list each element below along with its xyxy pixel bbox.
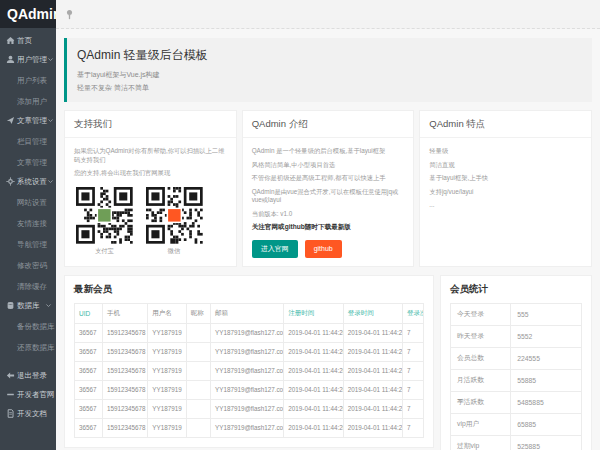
sidebar-subitem-3-3[interactable]: 修改密码 — [0, 261, 47, 270]
table-cell: 2019-04-01 11:44:20 — [284, 361, 343, 380]
sidebar-subitem-2-0[interactable]: 栏目管理 — [0, 137, 47, 146]
support-text-1: 如果您认为QAdmin对你有所帮助,你可以扫描以上二维码支持我们 — [74, 147, 227, 164]
table-cell: 2019-04-01 11:44:20 — [343, 361, 402, 380]
sidebar-subitem-3-2[interactable]: 导航管理 — [0, 240, 47, 249]
table-cell: 7 — [403, 380, 424, 399]
table-cell: 7 — [403, 361, 424, 380]
column-header-6[interactable]: 登录时间 — [343, 303, 402, 323]
table-cell: 2019-04-01 11:44:20 — [343, 418, 402, 437]
column-header-7[interactable]: 登录次数 — [403, 303, 424, 323]
stats-row: 月活跃数55885 — [451, 369, 582, 391]
column-header-4: 邮箱 — [211, 303, 284, 323]
column-header-5[interactable]: 注册时间 — [284, 303, 343, 323]
table-cell: YY187919@flash127.com — [211, 418, 284, 437]
table-cell: 7 — [403, 342, 424, 361]
table-row: 3656715912345678YY187919YY187919@flash12… — [75, 342, 424, 361]
sidebar-subitem-1-1[interactable]: 添加用户 — [0, 97, 47, 106]
stats-card: 会员统计 今天登录555昨天登录5552会员总数224555月活跃数55885季… — [440, 275, 592, 450]
sidebar-item-1[interactable]: 用户管理 — [0, 50, 56, 69]
sidebar-item-5[interactable]: 退出登录 — [0, 366, 56, 385]
feature-line-4: ... — [429, 201, 582, 210]
intro-line-0: QAdmin 是一个轻量级的后台模板,基于layui框架 — [252, 147, 405, 156]
intro-highlight: 关注官网或github随时下载最新版 — [252, 223, 405, 232]
table-cell: YY187919 — [148, 361, 186, 380]
table-cell: YY187919@flash127.com — [211, 380, 284, 399]
sidebar-nav: 首页用户管理用户列表添加用户文章管理栏目管理文章管理系统设置网站设置友情连接导航… — [0, 28, 56, 450]
table-cell: 36567 — [75, 361, 103, 380]
app-window: QAdmin 首页用户管理用户列表添加用户文章管理栏目管理文章管理系统设置网站设… — [0, 0, 600, 450]
stats-label: 季活跃数 — [451, 391, 511, 413]
sidebar-item-2[interactable]: 文章管理 — [0, 111, 56, 130]
github-button[interactable]: github — [305, 240, 342, 258]
members-card: 最新会员 UID手机用户名昵称邮箱注册时间登录时间登录次数36567159123… — [64, 275, 434, 448]
database-icon — [5, 301, 15, 310]
sidebar-item-6[interactable]: 开发者官网 — [0, 385, 56, 404]
table-cell: 7 — [403, 399, 424, 418]
table-cell: 2019-04-01 11:44:20 — [284, 323, 343, 342]
table-cell — [186, 323, 210, 342]
chevron-down-icon — [47, 56, 54, 63]
intro-line-2: 不管你是初级还是高级工程师,都有可以快速上手 — [252, 174, 405, 183]
site-icon — [5, 390, 15, 399]
sidebar-item-0[interactable]: 首页 — [0, 31, 56, 50]
stats-value: 5485885 — [511, 391, 582, 413]
column-header-2: 用户名 — [148, 303, 186, 323]
table-cell: 15912345678 — [102, 361, 147, 380]
support-card: 支持我们 如果您认为QAdmin对你有所帮助,你可以扫描以上二维码支持我们 您的… — [64, 110, 237, 267]
sidebar-subitem-1-0[interactable]: 用户列表 — [0, 76, 47, 85]
pin-icon[interactable] — [64, 9, 75, 20]
column-header-0[interactable]: UID — [75, 303, 103, 323]
topbar — [56, 0, 600, 29]
support-text-2: 您的支持,将会出现在我们官网展现 — [74, 169, 227, 178]
table-cell: 2019-04-01 11:44:20 — [343, 380, 402, 399]
stats-value: 525885 — [511, 435, 582, 450]
table-cell: YY187919@flash127.com — [211, 342, 284, 361]
stats-value: 224555 — [511, 347, 582, 369]
sidebar-subitem-3-4[interactable]: 清除缓存 — [0, 282, 47, 291]
banner-card: QAdmin 轻量级后台模板 基于layui框架与Vue.js构建 轻量不复杂 … — [64, 38, 592, 102]
sidebar-item-3[interactable]: 系统设置 — [0, 172, 56, 191]
stats-label: 昨天登录 — [451, 325, 511, 347]
table-cell: 2019-04-01 11:44:20 — [284, 418, 343, 437]
table-cell: 36567 — [75, 380, 103, 399]
table-cell: 36567 — [75, 399, 103, 418]
official-site-button[interactable]: 进入官网 — [252, 240, 298, 258]
table-cell: 2019-04-01 11:44:20 — [343, 399, 402, 418]
table-cell: YY187919@flash127.com — [211, 361, 284, 380]
intro-line-4: 当前版本: v1.0 — [252, 210, 405, 219]
sidebar-subitem-4-1[interactable]: 还原数据库 — [0, 343, 55, 352]
intro-card-title: QAdmin 介绍 — [243, 111, 414, 138]
table-cell: 36567 — [75, 323, 103, 342]
table-cell: 2019-04-01 11:44:20 — [284, 380, 343, 399]
sidebar-item-label: 文章管理 — [17, 116, 47, 126]
chevron-down-icon — [47, 117, 54, 124]
logout-icon — [5, 371, 15, 380]
sidebar-subitem-3-1[interactable]: 友情连接 — [0, 219, 47, 228]
sidebar-subitem-4-0[interactable]: 备份数据库 — [0, 322, 55, 331]
send-icon — [5, 116, 15, 125]
sidebar-item-4[interactable]: 数据库 — [0, 296, 56, 315]
intro-line-3: QAdmin是由vue混合式开发,可以在模板任意使用jq或vue或layui — [252, 188, 405, 205]
sidebar-subitem-3-0[interactable]: 网站设置 — [0, 198, 47, 207]
feature-line-3: 支持jq/vue/layui — [429, 188, 582, 197]
stats-label: 会员总数 — [451, 347, 511, 369]
table-cell: 15912345678 — [102, 342, 147, 361]
features-card-title: QAdmin 特点 — [420, 111, 591, 138]
chevron-down-icon — [45, 302, 52, 309]
home-icon — [5, 36, 15, 45]
banner-subtitle-1: 基于layui框架与Vue.js构建 — [77, 70, 582, 80]
table-cell: 36567 — [75, 418, 103, 437]
sidebar-subitem-2-1[interactable]: 文章管理 — [0, 158, 47, 167]
table-cell: 2019-04-01 11:44:20 — [343, 342, 402, 361]
table-cell: 7 — [403, 418, 424, 437]
banner-title: QAdmin 轻量级后台模板 — [77, 47, 582, 64]
table-cell: 15912345678 — [102, 323, 147, 342]
qr-codes: 支付宝微信 — [74, 185, 227, 257]
sidebar-item-7[interactable]: 开发文档 — [0, 404, 56, 423]
table-cell: 2019-04-01 11:44:20 — [343, 323, 402, 342]
sidebar-item-label: 退出登录 — [17, 371, 47, 381]
column-header-3: 昵称 — [186, 303, 210, 323]
intro-card: QAdmin 介绍 QAdmin 是一个轻量级的后台模板,基于layui框架风格… — [242, 110, 415, 267]
intro-buttons: 进入官网github — [252, 240, 405, 258]
feature-line-0: 轻量级 — [429, 147, 582, 156]
